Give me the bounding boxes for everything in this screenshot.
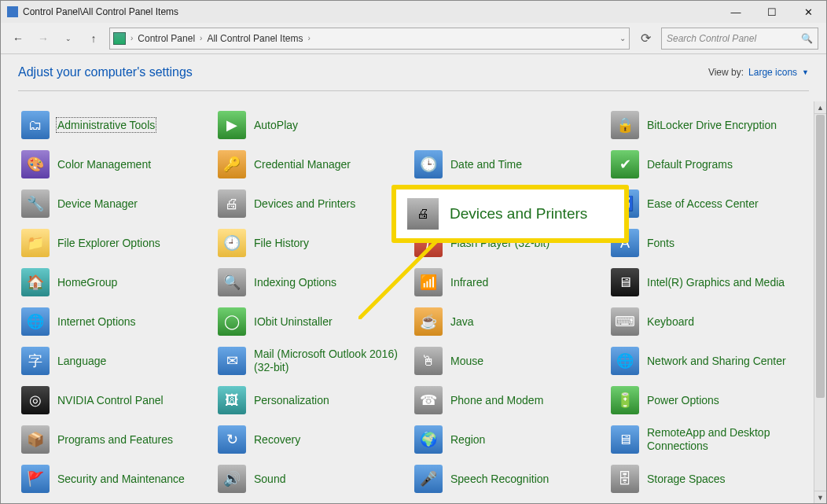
control-panel-item[interactable]: 🌍Region [411,420,605,459]
item-label: AutoPlay [254,119,298,132]
item-icon: 🎨 [21,150,50,178]
item-icon: 🎤 [414,465,443,493]
scroll-thumb[interactable] [816,115,825,398]
vertical-scrollbar[interactable]: ▲ ▼ [814,101,826,503]
chevron-right-icon: › [306,34,311,42]
minimize-button[interactable]: — [718,1,754,23]
view-by-value: Large icons [748,67,797,78]
control-panel-item[interactable]: 📦Programs and Features [18,420,211,459]
item-icon: 🗂 [21,111,50,139]
control-panel-item[interactable]: 🔧Device Manager [18,184,211,223]
control-panel-item[interactable]: 🔑Credential Manager [215,145,408,184]
control-panel-item[interactable]: 🖥Intel(R) Graphics and Media [608,263,801,302]
item-label: Administrative Tools [57,119,155,132]
item-label: HomeGroup [57,276,117,289]
item-icon: ☎ [414,386,443,414]
control-panel-item[interactable]: 🗂Administrative Tools [18,105,211,145]
path-icon [113,32,126,45]
item-label: Indexing Options [254,276,336,289]
control-panel-item[interactable]: ▶AutoPlay [215,105,408,145]
control-panel-item[interactable]: ♿Ease of Access Center [608,184,801,223]
printer-icon: 🖨 [407,198,439,230]
item-label: Phone and Modem [450,394,543,407]
refresh-button[interactable]: ⟳ [636,29,655,48]
item-icon: 🌍 [414,425,443,454]
titlebar: Control Panel\All Control Panel Items — … [1,1,826,23]
item-icon: ▶ [218,111,246,139]
control-panel-item[interactable]: 🖨Devices and Printers [215,184,408,223]
control-panel-item[interactable]: 🏠HomeGroup [18,263,211,302]
control-panel-item[interactable]: 📁File Explorer Options [18,223,211,263]
item-icon: ✉ [218,347,246,375]
search-icon: 🔍 [801,33,813,44]
breadcrumb-current[interactable]: All Control Panel Items [207,33,303,44]
view-by-control[interactable]: View by: Large icons ▼ [708,67,809,78]
item-label: Recovery [254,433,300,447]
item-label: Sound [254,473,285,486]
scroll-down-button[interactable]: ▼ [814,491,826,503]
nav-toolbar: ← → ⌄ ↑ › Control Panel › All Control Pa… [1,23,826,54]
control-panel-item[interactable]: 🗄Storage Spaces [608,459,801,498]
forward-button[interactable]: → [34,29,53,48]
history-dropdown[interactable]: ⌄ [59,29,78,48]
item-label: Security and Maintenance [57,473,185,486]
callout-devices-printers: 🖨 Devices and Printers [392,186,628,242]
up-button[interactable]: ↑ [84,29,103,48]
item-label: Java [450,315,474,329]
control-panel-item[interactable]: 🚩Security and Maintenance [18,459,211,498]
maximize-button[interactable]: ☐ [754,1,790,23]
scroll-up-button[interactable]: ▲ [814,101,826,114]
view-by-label: View by: [708,67,744,78]
control-panel-item[interactable]: ✔Default Programs [608,145,801,184]
control-panel-item[interactable]: 🔒BitLocker Drive Encryption [608,105,801,145]
item-icon: 🗄 [611,465,639,493]
control-panel-item[interactable]: ☕Java [411,302,605,341]
search-input[interactable]: Search Control Panel 🔍 [661,28,818,50]
control-panel-item[interactable]: 🎨Color Management [18,145,211,184]
control-panel-item[interactable]: 字Language [18,341,211,381]
control-panel-item[interactable]: ☎Phone and Modem [411,381,605,420]
control-panel-item[interactable]: 📶Infrared [411,263,605,302]
control-panel-item[interactable]: 🔍Indexing Options [215,263,408,302]
item-label: File History [254,237,309,250]
item-label: Intel(R) Graphics and Media [647,276,785,289]
control-panel-item[interactable]: 🕒Date and Time [411,145,605,184]
control-panel-item[interactable]: ⌨Keyboard [608,302,801,341]
item-label: IObit Uninstaller [254,315,333,329]
back-button[interactable]: ← [9,29,28,48]
item-icon: 🏠 [21,268,50,296]
address-dropdown-icon[interactable]: ⌄ [619,34,626,42]
control-panel-item[interactable]: 🌐Internet Options [18,302,211,341]
breadcrumb-root[interactable]: Control Panel [138,33,195,44]
address-bar[interactable]: › Control Panel › All Control Panel Item… [109,28,630,50]
item-icon: 🌐 [21,307,50,336]
item-label: Speech Recognition [450,473,549,486]
control-panel-item[interactable]: 🔋Power Options [608,381,801,420]
control-panel-item[interactable]: 🔊Sound [215,459,408,498]
item-label: Credential Manager [254,158,351,171]
control-panel-item[interactable]: 🖥RemoteApp and Desktop Connections [608,420,801,459]
control-panel-item[interactable]: 🖱Mouse [411,341,605,381]
control-panel-item[interactable]: 🎤Speech Recognition [411,459,605,498]
item-icon: 字 [21,347,50,375]
item-label: NVIDIA Control Panel [57,394,164,407]
control-panel-item[interactable]: ◯IObit Uninstaller [215,302,408,341]
control-panel-item[interactable]: ✉Mail (Microsoft Outlook 2016) (32-bit) [215,341,408,381]
control-panel-item[interactable]: 🖼Personalization [215,381,408,420]
control-panel-item[interactable]: 🌐Network and Sharing Center [608,341,801,381]
control-panel-item[interactable]: ↻Recovery [215,420,408,459]
close-button[interactable]: ✕ [790,1,826,23]
control-panel-item[interactable]: 🕘File History [215,223,408,263]
item-label: Language [57,355,106,368]
chevron-right-icon: › [198,34,204,42]
control-panel-item[interactable]: ◎NVIDIA Control Panel [18,381,211,420]
control-panel-item[interactable]: AFonts [608,223,801,263]
item-label: RemoteApp and Desktop Connections [647,426,798,453]
items-area: 🗂Administrative Tools▶AutoPlay🔒BitLocker… [1,91,826,500]
item-icon: ◎ [21,386,50,414]
item-icon: ↻ [218,425,246,454]
item-icon: 🖨 [218,189,246,218]
item-icon: 🔍 [218,268,246,296]
item-icon: ⌨ [611,307,639,336]
page-header: Adjust your computer's settings View by:… [1,54,826,84]
